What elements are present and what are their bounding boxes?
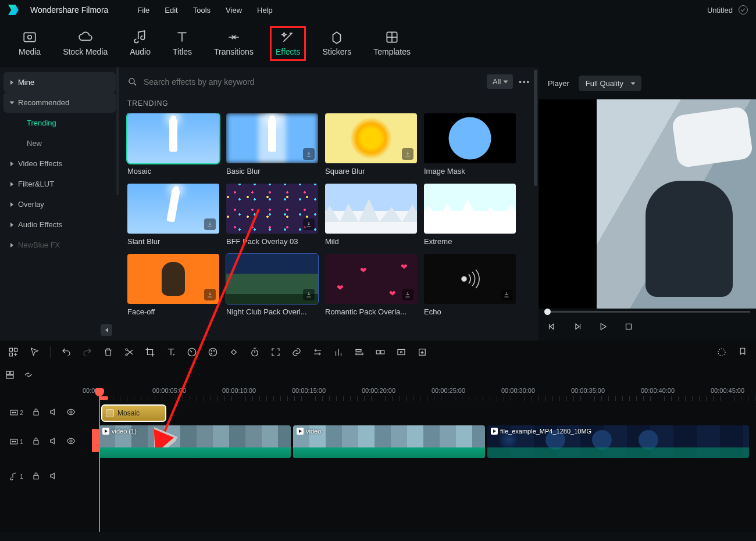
effect-card-mosaic[interactable]: Mosaic: [127, 113, 219, 175]
tab-stock-media[interactable]: Stock Media: [58, 27, 112, 60]
render-icon[interactable]: [716, 347, 727, 357]
equalizer-icon[interactable]: [333, 347, 344, 357]
sidebar-item-recommended[interactable]: Recommended: [3, 92, 116, 113]
download-icon[interactable]: [303, 289, 315, 300]
svg-point-15: [209, 348, 217, 356]
magnet-button[interactable]: [23, 370, 34, 382]
effect-card-square-blur[interactable]: Square Blur: [325, 113, 417, 175]
effect-card-bff-pack-overlay-03[interactable]: BFF Pack Overlay 03: [226, 184, 318, 246]
align-icon[interactable]: [354, 347, 365, 357]
sidebar-sub-trending[interactable]: Trending: [3, 113, 116, 133]
next-frame-button[interactable]: [572, 321, 583, 334]
menu-tools[interactable]: Tools: [193, 6, 211, 15]
mute-icon[interactable]: [49, 436, 58, 447]
effect-card-image-mask[interactable]: Image Mask: [424, 113, 516, 175]
effect-thumb: [226, 184, 318, 234]
export-icon[interactable]: [417, 347, 427, 357]
link-icon[interactable]: [291, 347, 302, 357]
effect-card-face-off[interactable]: Face-off: [127, 254, 219, 316]
download-icon[interactable]: [303, 218, 315, 230]
ruler-tick-label: 00:00:40:00: [641, 387, 675, 394]
keyframe-icon[interactable]: [229, 347, 239, 357]
download-icon[interactable]: [402, 148, 413, 160]
split-icon[interactable]: [124, 347, 134, 357]
menu-view[interactable]: View: [226, 6, 242, 15]
frame-icon[interactable]: [396, 347, 406, 357]
timeline-ruler[interactable]: 00:0000:00:05:0000:00:10:0000:00:15:0000…: [99, 387, 756, 402]
timeline-video-clip-1[interactable]: video (1): [99, 425, 291, 458]
play-button[interactable]: [598, 321, 608, 334]
tab-effects[interactable]: Effects: [271, 27, 305, 60]
fullscreen-icon[interactable]: [270, 347, 281, 357]
chevron-right-icon: [10, 182, 13, 187]
effect-card-echo[interactable]: Echo: [424, 254, 516, 316]
track-type-video-icon: 1: [9, 437, 23, 446]
effect-card-extreme[interactable]: Extreme: [424, 184, 516, 246]
tab-transitions[interactable]: Transitions: [209, 27, 258, 60]
adjust-icon[interactable]: [312, 347, 323, 357]
menu-help[interactable]: Help: [257, 6, 273, 15]
tab-stickers[interactable]: Stickers: [318, 27, 356, 60]
sidebar-item-overlay[interactable]: Overlay: [3, 194, 116, 214]
timeline-fx-clip[interactable]: Mosaic: [101, 404, 166, 422]
download-icon[interactable]: [204, 218, 216, 230]
mute-icon[interactable]: [49, 471, 58, 482]
sidebar-item-filter-lut[interactable]: Filter&LUT: [3, 174, 116, 194]
download-icon[interactable]: [402, 289, 413, 300]
sidebar-item-video-effects[interactable]: Video Effects: [3, 153, 116, 174]
svg-rect-22: [356, 353, 363, 355]
sidebar-collapse-button[interactable]: [101, 324, 112, 336]
text-edit-icon[interactable]: [166, 347, 176, 357]
clip-play-icon: [102, 428, 109, 435]
download-icon[interactable]: [501, 289, 512, 300]
sidebar-sub-new[interactable]: New: [3, 133, 116, 153]
speed-icon[interactable]: [187, 347, 197, 357]
add-track-icon[interactable]: [8, 347, 19, 357]
sidebar-item-audio-effects[interactable]: Audio Effects: [3, 214, 116, 235]
mute-icon[interactable]: [49, 407, 58, 418]
redo-icon[interactable]: [82, 347, 92, 357]
gallery-scrollbar[interactable]: [534, 70, 537, 186]
effect-card-night-club[interactable]: Night Club Pack Overl...: [226, 254, 318, 316]
delete-icon[interactable]: [103, 347, 113, 357]
undo-icon[interactable]: [61, 347, 72, 357]
tab-titles[interactable]: Titles: [168, 27, 197, 60]
download-icon[interactable]: [303, 148, 315, 160]
filter-dropdown[interactable]: All: [487, 74, 513, 89]
timeline-video-clip-2[interactable]: video: [293, 425, 485, 458]
menu-edit[interactable]: Edit: [165, 6, 177, 15]
playhead[interactable]: [99, 394, 100, 532]
lock-icon[interactable]: [31, 471, 41, 482]
visibility-icon[interactable]: [66, 436, 76, 447]
marker-icon[interactable]: [737, 347, 748, 357]
effect-card-basic-blur[interactable]: Basic Blur: [226, 113, 318, 175]
search-input[interactable]: [144, 77, 481, 87]
group-icon[interactable]: [375, 347, 386, 357]
more-menu-icon[interactable]: •••: [519, 77, 530, 86]
tab-media[interactable]: Media: [14, 27, 45, 60]
tab-audio[interactable]: Audio: [125, 27, 155, 60]
stop-button[interactable]: [623, 321, 634, 334]
tab-templates[interactable]: Templates: [369, 27, 415, 60]
effect-card-romantic[interactable]: ❤❤❤❤Romantic Pack Overla...: [325, 254, 417, 316]
cursor-icon[interactable]: [29, 347, 40, 357]
menu-file[interactable]: File: [137, 6, 149, 15]
timeline-video-clip-3[interactable]: file_example_MP4_1280_10MG: [487, 425, 749, 458]
timer-icon[interactable]: [249, 347, 260, 357]
visibility-icon[interactable]: [66, 407, 76, 418]
app-logo-icon: [8, 5, 19, 15]
track-options-button[interactable]: [5, 370, 15, 382]
sidebar-item-newblue[interactable]: NewBlue FX: [3, 235, 116, 255]
color-icon[interactable]: [208, 347, 218, 357]
lock-icon[interactable]: [31, 436, 41, 447]
track-number: 1: [20, 438, 23, 445]
sidebar-item-mine[interactable]: Mine: [3, 72, 116, 92]
effect-card-mild[interactable]: Mild: [325, 184, 417, 246]
player-progress[interactable]: [539, 309, 756, 314]
prev-frame-button[interactable]: [547, 321, 557, 334]
effect-card-slant-blur[interactable]: Slant Blur: [127, 184, 219, 246]
player-quality-dropdown[interactable]: Full Quality: [579, 76, 641, 91]
lock-icon[interactable]: [31, 407, 41, 418]
download-icon[interactable]: [204, 289, 216, 300]
crop-icon[interactable]: [145, 347, 155, 357]
